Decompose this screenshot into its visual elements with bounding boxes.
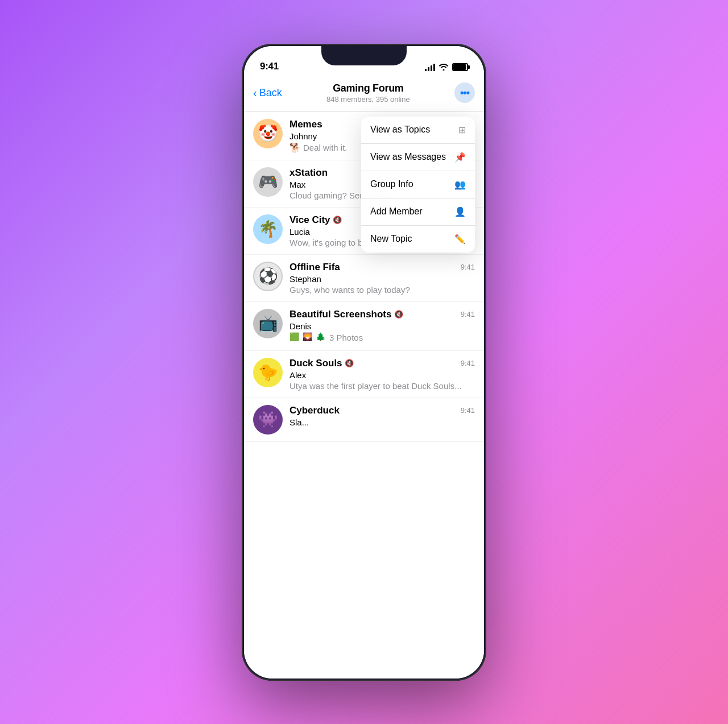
- mute-icon-ducksouls: 🔇: [345, 359, 354, 367]
- chat-item-cyberduck[interactable]: 👾 Cyberduck 9:41 Sla...: [244, 398, 484, 442]
- chat-sender-offlinefifa: Stephan: [289, 274, 475, 284]
- chat-content-offlinefifa: Offline Fifa 9:41 Stephan Guys, who want…: [289, 262, 475, 295]
- back-chevron-icon: ‹: [253, 86, 257, 100]
- dropdown-view-messages[interactable]: View as Messages 📌: [361, 144, 475, 171]
- dropdown-view-topics[interactable]: View as Topics ⊞: [361, 117, 475, 144]
- chat-preview-screenshots: 🟩 🌄 🌲 3 Photos: [289, 332, 475, 344]
- chat-name-screenshots: Beautiful Screenshots 🔇: [289, 309, 403, 320]
- chat-name-xstation: xStation: [289, 167, 328, 179]
- chat-item-offlinefifa[interactable]: ⚽ Offline Fifa 9:41 Stephan Guys, who wa…: [244, 255, 484, 302]
- battery-icon: [452, 63, 468, 71]
- group-info-icon: 👥: [454, 179, 466, 190]
- avatar-screenshots: 📺: [253, 309, 283, 338]
- avatar-xstation: 🎮: [253, 167, 283, 197]
- chat-time-ducksouls: 9:41: [461, 359, 475, 367]
- dropdown-group-info[interactable]: Group Info 👥: [361, 171, 475, 198]
- signal-icon: [425, 63, 435, 71]
- dropdown-new-topic[interactable]: New Topic ✏️: [361, 226, 475, 253]
- phone-screen: 9:41: [244, 46, 484, 679]
- view-topics-label: View as Topics: [370, 125, 430, 135]
- thumb-2: 🌄: [303, 332, 314, 344]
- thumb-3: 🌲: [316, 332, 327, 344]
- notch: [321, 46, 407, 65]
- view-messages-label: View as Messages: [370, 152, 446, 162]
- chat-content-ducksouls: Duck Souls 🔇 9:41 Alex Utya was the firs…: [289, 358, 475, 391]
- chat-content-cyberduck: Cyberduck 9:41 Sla...: [289, 405, 475, 428]
- add-member-icon: 👤: [454, 206, 466, 217]
- more-button[interactable]: •••: [454, 82, 475, 103]
- header-center: Gaming Forum 848 members, 395 online: [282, 82, 454, 104]
- new-topic-icon: ✏️: [454, 234, 466, 245]
- avatar-ducksouls: 🐤: [253, 358, 283, 387]
- chat-time-cyberduck: 9:41: [461, 406, 475, 415]
- back-button[interactable]: ‹ Back: [253, 86, 282, 100]
- phone-frame: 9:41: [242, 44, 486, 681]
- dropdown-add-member[interactable]: Add Member 👤: [361, 198, 475, 226]
- group-title: Gaming Forum: [282, 82, 454, 94]
- new-topic-label: New Topic: [370, 234, 412, 244]
- add-member-label: Add Member: [370, 206, 423, 217]
- dropdown-menu: View as Topics ⊞ View as Messages 📌 Grou…: [361, 117, 475, 253]
- chat-name-cyberduck: Cyberduck: [289, 405, 340, 416]
- wifi-icon: [439, 63, 449, 72]
- avatar-cyberduck: 👾: [253, 405, 283, 435]
- avatar-vicecity: 🌴: [253, 214, 283, 244]
- chat-item-ducksouls[interactable]: 🐤 Duck Souls 🔇 9:41 Alex Utya was the fi…: [244, 351, 484, 398]
- chat-content-screenshots: Beautiful Screenshots 🔇 9:41 Denis 🟩 🌄 🌲…: [289, 309, 475, 344]
- chat-time-offlinefifa: 9:41: [461, 263, 475, 271]
- chat-time-screenshots: 9:41: [461, 310, 475, 318]
- avatar-memes: 🤡: [253, 119, 283, 148]
- thumb-1: 🟩: [289, 332, 301, 344]
- header: ‹ Back Gaming Forum 848 members, 395 onl…: [244, 77, 484, 112]
- chat-sender-cyberduck: Sla...: [289, 417, 475, 427]
- status-time: 9:41: [260, 61, 279, 72]
- back-label: Back: [259, 87, 282, 99]
- chat-preview-offlinefifa: Guys, who wants to play today?: [289, 285, 475, 295]
- group-subtitle: 848 members, 395 online: [282, 95, 454, 104]
- group-info-label: Group Info: [370, 179, 413, 189]
- chat-sender-screenshots: Denis: [289, 321, 475, 331]
- chat-sender-ducksouls: Alex: [289, 370, 475, 380]
- view-topics-icon: ⊞: [458, 125, 466, 135]
- more-dots-icon: •••: [460, 88, 469, 98]
- avatar-offlinefifa: ⚽: [253, 262, 283, 291]
- chat-preview-ducksouls: Utya was the first player to beat Duck S…: [289, 381, 475, 391]
- view-messages-icon: 📌: [454, 152, 466, 163]
- mute-icon-screenshots: 🔇: [394, 310, 403, 318]
- chat-name-memes: Memes: [289, 119, 322, 130]
- chat-name-ducksouls: Duck Souls 🔇: [289, 358, 354, 369]
- chat-name-vicecity: Vice City 🔇: [289, 214, 342, 226]
- mute-icon-vicecity: 🔇: [333, 216, 342, 224]
- status-icons: [425, 63, 468, 72]
- chat-name-offlinefifa: Offline Fifa: [289, 262, 340, 273]
- chat-item-screenshots[interactable]: 📺 Beautiful Screenshots 🔇 9:41 Denis 🟩: [244, 302, 484, 351]
